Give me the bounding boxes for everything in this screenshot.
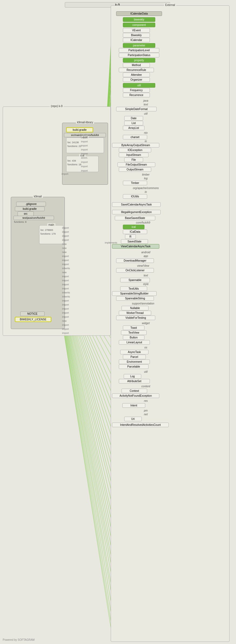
svg-line-73 xyxy=(59,302,112,619)
node-ArrayList: ArrayList xyxy=(123,126,144,130)
node-Date: Date xyxy=(124,116,143,121)
node-Intent: Intent xyxy=(122,403,145,408)
label-import-main-3: import xyxy=(62,235,69,237)
label-import-main-6: import xyxy=(62,259,69,262)
label-import-main-2: import xyxy=(62,231,69,233)
node-ParticipationStatus: ParticipationStatus xyxy=(119,53,159,57)
node-ical-grp: ical xyxy=(123,225,144,229)
node-Button: Button xyxy=(123,335,144,340)
repo-k9-title: (repo) k-9 xyxy=(50,105,63,108)
node-ICalData: ICalData xyxy=(123,229,147,234)
node-Method: Method xyxy=(123,63,150,67)
k9mail-src: src xyxy=(18,211,34,216)
import-label-1: import xyxy=(62,173,68,175)
node-ICalendarData: ICalendarData xyxy=(116,11,162,16)
node-ICalendar: ICalendar xyxy=(123,38,150,42)
label-inherits-3: inherits xyxy=(62,295,70,298)
main-title: main xyxy=(47,223,55,226)
node-FileOutputStream: FileOutputStream xyxy=(117,162,155,167)
svg-line-74 xyxy=(59,303,112,628)
biweekly-license: BIWEEKLY_LICENSE xyxy=(15,317,51,322)
svg-line-70 xyxy=(59,298,112,589)
label-io: io xyxy=(135,140,157,143)
label-new-2: new xyxy=(62,247,67,249)
label-inherits-2: inherits xyxy=(62,291,70,294)
node-Log: Log xyxy=(124,374,141,379)
label-org-apache: org/apache/commons xyxy=(127,187,165,190)
notice: NOTICE xyxy=(20,311,45,316)
node-RecurrenceRule: RecurrenceRule xyxy=(119,68,154,72)
node-SimpleDateFormat: SimpleDateFormat xyxy=(116,107,157,111)
label-import-main-7: import xyxy=(62,263,69,266)
node-Nullable: Nullable xyxy=(122,306,149,310)
node-List: List xyxy=(124,121,143,125)
node-ByteArrayOutputStream: ByteArrayOutputStream xyxy=(112,143,159,148)
svg-line-69 xyxy=(59,297,112,578)
label-log: log xyxy=(135,177,157,180)
label-os: os xyxy=(135,346,157,349)
node-Toast: Toast xyxy=(123,326,144,330)
mail-functions: functions: 22 xyxy=(68,145,81,148)
label-import-7: import xyxy=(81,165,88,168)
label-import-8: import xyxy=(81,169,88,172)
node-IllegalArgumentException: IllegalArgumentException xyxy=(112,210,161,214)
svg-line-75 xyxy=(59,305,112,635)
label-import-main-5: import xyxy=(62,255,69,258)
node-component: component xyxy=(123,23,155,27)
label-net: net xyxy=(135,413,157,416)
node-File: File xyxy=(124,157,143,162)
main-group: main loc: 278683 functions: 179 xyxy=(39,225,63,244)
node-LinearLayout: LinearLayout xyxy=(119,340,150,345)
node-BaseSavedState: BaseSavedState xyxy=(115,216,155,220)
label-inherits-1: inherits xyxy=(62,267,70,270)
label-view-View: view/View xyxy=(128,264,158,267)
build-gradle-library: build.gradle xyxy=(66,127,93,132)
node-ViewCalendarAsyncTask: ViewCalendarAsyncTask xyxy=(112,244,159,249)
node-IntentAndResolvedActivitiesCount: IntentAndResolvedActivitiesCount xyxy=(112,423,169,427)
node-SavedState: SavedState xyxy=(121,239,148,244)
label-import-main-18: import xyxy=(62,328,69,330)
label-import-main-17: import xyxy=(62,324,69,326)
label-nio: nio xyxy=(135,131,157,134)
node-VisibleForTesting: VisibleForTesting xyxy=(116,316,155,320)
label-pm: pm xyxy=(135,409,157,412)
gitignore: .gitignore xyxy=(16,202,46,206)
node-IOUtils: IOUtils xyxy=(123,194,147,199)
k9mail-build-gradle: build.gradle xyxy=(15,207,45,211)
node-Environment: Environment xyxy=(119,359,150,364)
ical-functions: functions: 18 xyxy=(68,163,81,166)
label-java: java xyxy=(135,99,157,102)
node-R: R xyxy=(125,234,136,239)
footer: Powered by SOFTAGRAM xyxy=(3,638,35,641)
node-Parcel: Parcel xyxy=(123,355,146,359)
label-import-main-13: import xyxy=(62,303,69,306)
node-Parcelable: Parcelable xyxy=(119,364,149,369)
node-Spannable: Spannable xyxy=(120,278,150,282)
label-widget: widget xyxy=(132,322,159,325)
main-container: k-9 External ICalendarData biweekly comp… xyxy=(0,0,236,644)
label-import-main-11: import xyxy=(62,287,69,290)
node-Biweekly: Biweekly xyxy=(123,33,150,37)
node-Context: Context xyxy=(122,389,147,393)
external-group: External xyxy=(111,5,230,642)
label-import-main-14: import xyxy=(62,307,69,310)
label-res: res xyxy=(135,399,157,402)
ical-loc: loc: 434 xyxy=(68,159,76,162)
label-android: android xyxy=(132,251,159,254)
node-SaveICalendarAsyncTask: SaveICalendarAsyncTask xyxy=(112,202,161,207)
node-TextView: TextView xyxy=(121,330,147,335)
label-timber: timber xyxy=(135,173,157,176)
node-VEvent: VEvent xyxy=(123,28,150,33)
label-text2: text xyxy=(135,274,157,277)
label-style: style xyxy=(135,283,157,286)
node-AsyncTask: AsyncTask xyxy=(120,350,149,354)
node-biweekly: biweekly xyxy=(123,17,155,22)
node-IOException: IOException xyxy=(119,148,151,152)
label-new-4: new xyxy=(62,271,67,274)
label-import-main-4: import xyxy=(62,239,69,241)
label-content: content xyxy=(132,385,159,388)
label-import-main-9: import xyxy=(62,279,69,282)
label-import-main-8: import xyxy=(62,275,69,278)
label-import-4: import xyxy=(81,148,88,151)
node-SpannableString: SpannableString xyxy=(116,296,154,301)
